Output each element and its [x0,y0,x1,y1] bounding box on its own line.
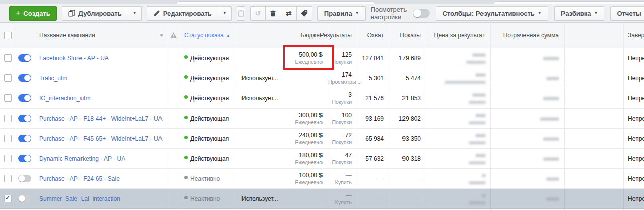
campaign-name-link[interactable]: Purchase - AP - F18-44+ - WideInt+LaL7 -… [39,115,163,122]
caret-down-icon: ▼ [538,11,542,15]
row-select-cell [0,109,16,128]
caret-down-icon: ▼ [133,11,137,15]
reach-value: 57 632 [356,155,384,162]
campaign-toggle[interactable] [18,195,31,202]
ends-cell: Непрерывно [624,129,644,148]
row-checkbox[interactable] [4,54,12,62]
view-settings-toggle[interactable] [413,9,430,18]
row-checkbox[interactable] [4,195,12,202]
view-settings-label: Посмотреть настройки [371,6,407,21]
select-all-checkbox[interactable] [4,32,12,39]
reach-cell: — [356,189,388,208]
impressions-cell: 179 689 [388,48,425,68]
campaign-toggle[interactable] [18,74,31,82]
impressions-value: 129 802 [388,115,421,122]
rules-button[interactable]: Правила ▼ [317,6,366,21]
tag-icon [301,10,308,17]
campaign-toggle[interactable] [18,115,31,122]
campaign-toggle[interactable] [18,135,31,142]
campaign-toggle[interactable] [18,54,31,62]
row-select-cell [0,129,16,148]
impressions-cell: — [388,189,425,208]
create-button[interactable]: + Создать [9,6,57,21]
results-header[interactable]: Результаты [328,23,356,48]
row-toggle-cell [16,129,33,148]
campaign-toggle[interactable] [18,175,31,182]
budget-header[interactable]: Бюджет [236,23,328,48]
table-row[interactable]: IG_interaction_utm Действующая Используе… [0,88,644,109]
status-dot-icon [184,196,188,199]
reports-button[interactable]: Отчеты [610,6,644,21]
campaign-name-link[interactable]: Trafic_utm [39,75,67,82]
results-cell: — Купить [328,189,356,208]
budget-value: 240,00 $ [236,132,323,139]
cost-per-result-type-redacted: ●●●●●● [425,179,485,186]
tab-campaigns[interactable] [176,1,375,4]
row-checkbox[interactable] [4,175,12,182]
table-row[interactable]: Facebook Store - AP - UA Действующая 500… [0,48,644,68]
table-row[interactable]: Summer_Sale_Lal_interaction Неактивно Ис… [0,189,644,209]
campaign-name-link[interactable]: Purchase - AP - F45-65+ - WideInt+LaL7 -… [39,135,163,142]
cost-per-result-header[interactable]: Цена за результат [425,23,491,48]
table-row[interactable]: Purchase - AP - F45-65+ - WideInt+LaL7 -… [0,129,644,149]
reach-cell: 57 632 [356,149,388,168]
edit-caret-button[interactable]: ▼ [218,6,232,21]
campaign-name-link[interactable]: Dynamic Remarketing - AP - UA [39,155,125,162]
impressions-value: 179 689 [388,55,421,62]
ends-value: Непрерывно [628,75,644,82]
amount-spent-cell: ●●●●●● [491,109,565,128]
campaign-toggle[interactable] [18,155,31,162]
breakdown-button[interactable]: Разбивка ▼ [554,6,605,21]
impressions-header[interactable]: Показы [388,23,425,48]
campaign-name-link[interactable]: Purchase - AP - F24-65 - Sale [39,175,120,182]
row-toggle-cell [16,189,33,208]
row-checkbox[interactable] [4,94,12,102]
table-row[interactable]: Trafic_utm Действующая Использует... 174… [0,68,644,88]
amount-spent-cell: ●●●●● [491,149,565,168]
row-checkbox[interactable] [4,155,12,162]
caret-down-icon: ▼ [594,11,598,15]
impressions-value: — [388,195,421,202]
toggle-knob [19,195,25,202]
campaign-name-link[interactable]: Facebook Store - AP - UA [39,55,109,62]
table-row[interactable]: Purchase - AP - F24-65 - Sale Неактивно … [0,169,644,189]
row-checkbox[interactable] [4,135,12,142]
spacer-cell [565,68,624,88]
results-cell: 174 Просмотры ... [328,68,356,88]
campaign-name-header[interactable]: Название кампании ▼ [33,23,167,48]
ends-header[interactable]: Завершение [624,23,644,48]
table-row[interactable]: Dynamic Remarketing - AP - UA Действующа… [0,149,644,169]
actions-button-group: ↺ ⇄ [250,6,312,21]
swap-button[interactable]: ⇄ [281,6,297,21]
columns-button[interactable]: Столбцы: Результативность ▼ [436,6,548,21]
alert-cell [167,48,180,68]
impressions-value: — [388,175,421,182]
campaign-name-cell: Facebook Store - AP - UA [33,48,167,68]
budget-value: 500,00 $ [236,51,323,58]
spacer-cell [565,129,624,148]
amount-spent-value-redacted: ●●●● [491,195,559,202]
edit-button[interactable]: Редактировать [147,6,218,21]
delete-button[interactable] [266,6,281,21]
rules-button-label: Правила [324,10,352,17]
toolbar-right-cluster: Посмотреть настройки Столбцы: Результати… [371,6,644,21]
duplicate-caret-button[interactable]: ▼ [128,6,142,21]
reach-header[interactable]: Охват [356,23,388,48]
row-toggle-cell [16,48,33,68]
tab-adsets[interactable] [493,1,644,4]
campaign-name-link[interactable]: IG_interaction_utm [39,95,90,102]
results-cell: — Купить [328,169,356,188]
campaign-name-link[interactable]: Summer_Sale_Lal_interaction [39,195,120,202]
row-checkbox[interactable] [4,74,12,82]
campaign-toggle[interactable] [18,94,31,102]
ends-value: Непрерывно [628,55,644,62]
amount-spent-value-redacted: ●●●● [491,175,559,182]
table-row[interactable]: Purchase - AP - F18-44+ - WideInt+LaL7 -… [0,109,644,129]
status-text: Действующая [190,115,229,122]
tag-button[interactable] [297,6,312,21]
duplicate-button[interactable]: Дублировать [62,6,128,21]
row-checkbox[interactable] [4,115,12,122]
amount-spent-header[interactable]: Потраченная сумма [491,23,565,48]
tab-strip [0,0,644,4]
delivery-status-header[interactable]: Статус показа ▲ [180,23,236,48]
